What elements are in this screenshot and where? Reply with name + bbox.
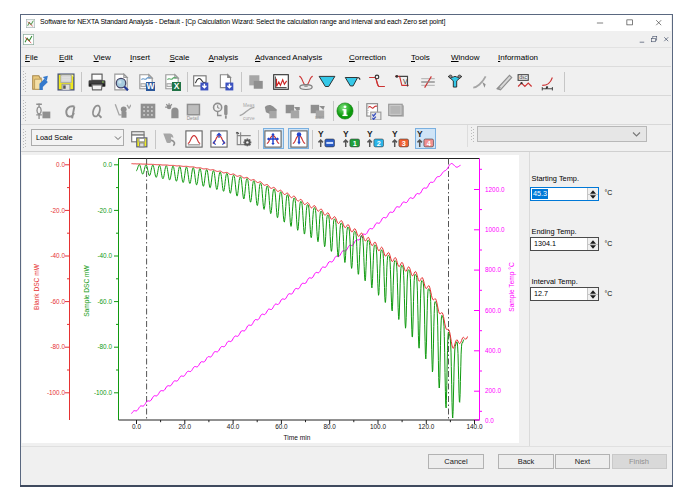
svg-text:-60.0: -60.0 <box>50 297 65 304</box>
svg-text:100.0: 100.0 <box>370 423 386 430</box>
svg-text:1000.0: 1000.0 <box>485 226 505 233</box>
svg-text:0.0: 0.0 <box>132 423 141 430</box>
svg-text:60.0: 60.0 <box>275 423 288 430</box>
svg-text:2: 2 <box>377 138 381 147</box>
svg-text:0.0: 0.0 <box>103 161 112 168</box>
svg-text:Y: Y <box>367 130 373 139</box>
svg-text:80.0: 80.0 <box>323 423 336 430</box>
svg-text:Y: Y <box>417 130 423 139</box>
svg-text:40.0: 40.0 <box>226 423 239 430</box>
svg-text:-60.0: -60.0 <box>97 297 112 304</box>
svg-text:X: X <box>173 81 179 91</box>
svg-text:1200.0: 1200.0 <box>485 185 505 192</box>
svg-text:400.0: 400.0 <box>485 347 501 354</box>
svg-text:Y: Y <box>317 130 323 139</box>
svg-text:Sample DSC mW: Sample DSC mW <box>82 264 90 316</box>
svg-text:800.0: 800.0 <box>485 266 501 273</box>
svg-text:0.0: 0.0 <box>56 161 65 168</box>
svg-text:-100.0: -100.0 <box>93 389 112 396</box>
svg-text:-80.0: -80.0 <box>97 343 112 350</box>
svg-text:0.0: 0.0 <box>485 416 494 423</box>
svg-text:-80.0: -80.0 <box>50 343 65 350</box>
svg-text:Y: Y <box>342 130 348 139</box>
svg-text:W: W <box>147 81 155 91</box>
svg-text:120.0: 120.0 <box>418 423 434 430</box>
svg-text:dsc: dsc <box>519 74 527 80</box>
svg-text:V: V <box>403 78 408 85</box>
svg-text:Detail: Detail <box>186 115 198 119</box>
svg-text:Sample Temp °C: Sample Temp °C <box>508 262 516 312</box>
svg-text:140.0: 140.0 <box>466 423 482 430</box>
svg-text:-40.0: -40.0 <box>97 252 112 259</box>
svg-text:20.0: 20.0 <box>178 423 191 430</box>
svg-text:Y: Y <box>391 130 397 139</box>
svg-text:200.0: 200.0 <box>485 387 501 394</box>
svg-text:600.0: 600.0 <box>485 306 501 313</box>
svg-text:-100.0: -100.0 <box>46 389 65 396</box>
svg-text:-20.0: -20.0 <box>97 206 112 213</box>
svg-text:curve: curve <box>243 115 255 119</box>
svg-text:-20.0: -20.0 <box>50 206 65 213</box>
svg-text:Blank DSC mW: Blank DSC mW <box>32 263 39 310</box>
svg-text:-40.0: -40.0 <box>50 252 65 259</box>
svg-text:Time min: Time min <box>283 433 310 440</box>
svg-text:DSC: DSC <box>315 115 324 120</box>
svg-text:3: 3 <box>401 138 405 147</box>
svg-text:1: 1 <box>352 138 356 147</box>
